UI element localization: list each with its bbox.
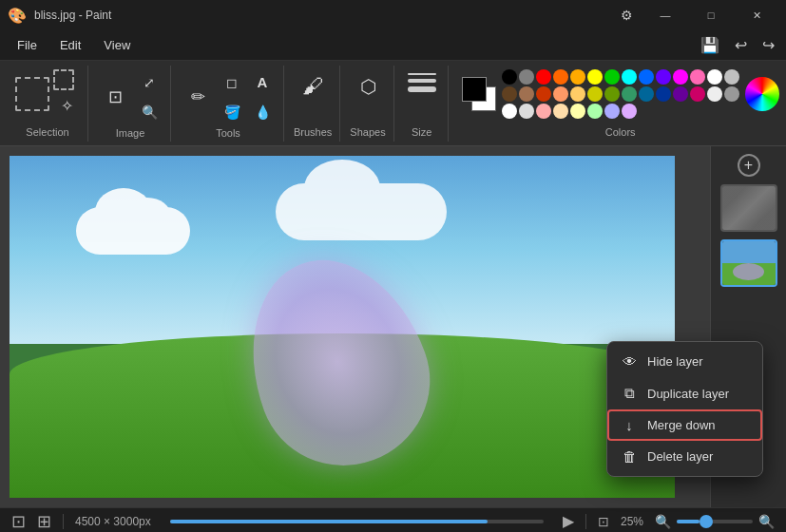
color-swatch[interactable] <box>622 104 637 119</box>
color-swatch[interactable] <box>622 86 637 102</box>
undo-icon[interactable]: ↩ <box>731 32 751 58</box>
status-divider-1 <box>63 514 64 529</box>
color-swatch[interactable] <box>519 86 534 102</box>
color-swatch[interactable] <box>639 86 654 102</box>
color-swatch[interactable] <box>656 86 671 102</box>
shapes-btn[interactable]: ⬡ <box>351 69 385 104</box>
color-swatch[interactable] <box>673 86 688 102</box>
menu-file[interactable]: File <box>8 34 47 56</box>
color-swatch[interactable] <box>604 104 620 119</box>
win11-flower <box>242 243 432 481</box>
menu-view[interactable]: View <box>94 34 140 56</box>
zoom-in-icon[interactable]: 🔍 <box>758 514 775 529</box>
color-swatch[interactable] <box>536 104 551 119</box>
color-swatch[interactable] <box>724 69 739 85</box>
title-bar-left: 🎨 bliss.jpg - Paint <box>8 7 111 25</box>
brushes-group: 🖌 Brushes <box>286 66 340 142</box>
color-swatch[interactable] <box>570 86 585 102</box>
save-icon[interactable]: 💾 <box>697 32 723 58</box>
color-swatch[interactable] <box>570 69 585 85</box>
layer-thumbnail-1[interactable] <box>720 184 777 232</box>
selection-magic-btn[interactable]: ✧ <box>53 93 80 120</box>
zoom-controls: 🔍 🔍 <box>655 514 775 529</box>
tools-label: Tools <box>216 127 240 139</box>
selection-free-btn[interactable] <box>53 69 74 90</box>
flower-petal <box>221 235 453 489</box>
canvas-image <box>10 156 675 498</box>
context-delete-layer[interactable]: 🗑 Delete layer <box>607 441 762 472</box>
color-swatches <box>462 69 779 119</box>
image-icons: ⊡ ⤢ 🔍 <box>98 69 163 125</box>
context-duplicate-layer[interactable]: ⧉ Duplicate layer <box>607 377 762 409</box>
shapes-group: ⬡ Shapes <box>342 66 393 142</box>
color-swatch[interactable] <box>553 104 568 119</box>
color-swatch[interactable] <box>707 86 722 102</box>
eraser-btn[interactable]: ◻ <box>219 69 245 96</box>
status-bar: ⊡ ⊞ 4500 × 3000px ▶ ⊡ 25% 🔍 🔍 <box>0 507 786 532</box>
color-swatch[interactable] <box>639 69 654 85</box>
color-swatch[interactable] <box>690 86 705 102</box>
color-pair[interactable] <box>462 77 496 111</box>
color-swatch[interactable] <box>604 69 620 85</box>
color-swatch[interactable] <box>724 86 739 102</box>
rainbow-color-btn[interactable] <box>745 77 779 111</box>
color-swatch[interactable] <box>519 69 534 85</box>
scroll-bar[interactable] <box>170 520 544 523</box>
color-swatch[interactable] <box>553 69 568 85</box>
resize-btn[interactable]: ⤢ <box>136 69 163 96</box>
selection-rect-btn[interactable] <box>15 77 49 111</box>
zoom-slider-thumb[interactable] <box>700 515 713 528</box>
color-swatch[interactable] <box>502 86 517 102</box>
fill-btn[interactable]: 🪣 <box>219 99 245 125</box>
color-swatch[interactable] <box>536 86 551 102</box>
color-swatch[interactable] <box>587 69 603 85</box>
settings-icon[interactable]: ⚙ <box>611 0 642 30</box>
size-line-thin[interactable] <box>408 73 436 75</box>
close-button[interactable]: ✕ <box>735 0 778 30</box>
delete-layer-label: Delete layer <box>647 449 713 464</box>
status-fit-icon[interactable]: ⊡ <box>11 511 26 532</box>
title-bar-title: bliss.jpg - Paint <box>34 9 111 22</box>
color-swatch[interactable] <box>570 104 585 119</box>
brush-btn[interactable]: 🖌 <box>296 69 330 104</box>
selection-icons: ✧ <box>15 69 80 120</box>
color-swatch[interactable] <box>519 104 534 119</box>
size-line-thick[interactable] <box>408 86 436 92</box>
zoom-tool-btn[interactable]: 🔍 <box>136 99 163 125</box>
color-swatch[interactable] <box>553 86 568 102</box>
status-grid-icon[interactable]: ⊞ <box>37 511 51 532</box>
color-swatch[interactable] <box>690 69 705 85</box>
zoom-out-icon[interactable]: 🔍 <box>655 514 671 529</box>
color-swatch[interactable] <box>502 104 517 119</box>
zoom-fit-icon[interactable]: ⊡ <box>598 514 609 529</box>
eyedropper-btn[interactable]: 💧 <box>249 99 276 125</box>
minimize-button[interactable]: — <box>643 0 687 30</box>
zoom-slider[interactable] <box>677 520 753 523</box>
color-swatch[interactable] <box>656 69 671 85</box>
status-divider-2 <box>585 514 586 529</box>
menu-edit[interactable]: Edit <box>50 34 90 56</box>
color-swatch[interactable] <box>707 69 722 85</box>
scroll-right-icon[interactable]: ▶ <box>563 512 574 530</box>
color-swatch[interactable] <box>587 86 603 102</box>
pencil-btn[interactable]: ✏ <box>181 80 215 114</box>
color-swatch[interactable] <box>587 104 603 119</box>
maximize-button[interactable]: □ <box>689 0 733 30</box>
color-swatch[interactable] <box>604 86 620 102</box>
color-swatch[interactable] <box>536 69 551 85</box>
canvas-area: + 👁 Hide layer ⧉ Duplicate layer ↓ Merge… <box>0 146 786 507</box>
add-layer-btn[interactable]: + <box>738 154 760 177</box>
redo-icon[interactable]: ↪ <box>758 32 778 58</box>
canvas-container[interactable] <box>0 146 710 507</box>
text-btn[interactable]: A <box>249 69 276 96</box>
color-swatch[interactable] <box>622 69 637 85</box>
color-swatch[interactable] <box>673 69 688 85</box>
layer-2-preview <box>722 241 776 285</box>
context-hide-layer[interactable]: 👁 Hide layer <box>607 346 762 377</box>
layer-thumbnail-2[interactable] <box>720 239 777 287</box>
crop-btn[interactable]: ⊡ <box>98 80 132 114</box>
size-line-med[interactable] <box>408 79 436 83</box>
foreground-color[interactable] <box>462 77 487 102</box>
color-swatch[interactable] <box>502 69 517 85</box>
context-merge-down[interactable]: ↓ Merge down <box>607 409 762 441</box>
